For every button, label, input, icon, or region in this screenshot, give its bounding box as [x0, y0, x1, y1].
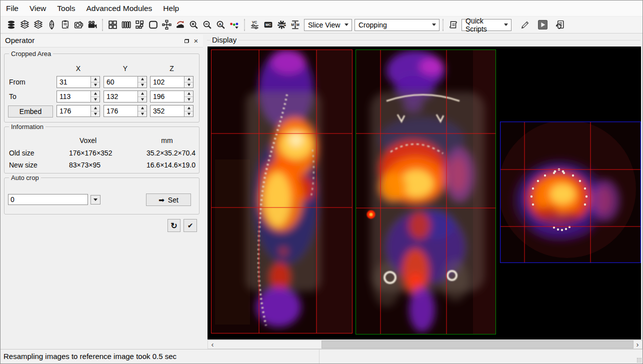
operator-panel: Operator Cropped Area X Y Z From 31 60 1…	[0, 34, 203, 350]
load-single-volume-button[interactable]: 1	[18, 18, 32, 32]
scrollbar-thumb[interactable]	[322, 340, 634, 348]
report-button[interactable]	[554, 18, 567, 32]
menu-help[interactable]: Help	[158, 0, 184, 16]
load-add-volume-button[interactable]: +	[32, 18, 45, 32]
to-x-spinbox[interactable]: 113	[56, 90, 100, 102]
from-row-label: From	[9, 78, 26, 86]
scroll-right-arrow-icon[interactable]	[633, 340, 642, 348]
menu-file[interactable]: File	[0, 0, 24, 16]
spinner-arrows[interactable]	[90, 91, 100, 102]
axial-view-image[interactable]	[500, 122, 641, 263]
movie-control-button[interactable]: MC	[262, 18, 275, 32]
operator-title: Operator	[5, 36, 34, 44]
layout-single-icon	[148, 20, 158, 30]
script-button[interactable]	[446, 18, 460, 32]
close-panel-button[interactable]	[192, 38, 200, 44]
clipboard-copy-button[interactable]	[58, 18, 72, 32]
snapshot-button[interactable]	[72, 18, 86, 32]
auto-crop-dropdown-button[interactable]	[90, 195, 100, 204]
database-button[interactable]	[4, 18, 18, 32]
layout-rows-button[interactable]	[120, 18, 133, 32]
spinner-arrows[interactable]	[138, 91, 146, 102]
movie-button[interactable]	[86, 18, 99, 32]
to-y-spinbox[interactable]: 132	[104, 90, 147, 102]
scroll-left-arrow-icon[interactable]	[208, 340, 217, 348]
play-icon	[538, 20, 548, 30]
menu-view[interactable]: View	[24, 0, 52, 16]
to-y-value: 132	[104, 91, 138, 102]
fusion-icon	[46, 20, 57, 30]
image-canvas[interactable]	[208, 46, 641, 340]
spinner-arrows[interactable]	[184, 106, 193, 116]
color-channels-button[interactable]	[228, 18, 241, 32]
rotate-3d-icon	[175, 20, 186, 30]
from-x-spinbox[interactable]: 31	[56, 76, 100, 88]
embed-button[interactable]: Embed	[8, 106, 53, 118]
spinner-arrows[interactable]	[184, 91, 193, 102]
embed-z-spinbox[interactable]: 352	[150, 105, 194, 117]
old-size-mm: 35.2×35.2×70.4	[138, 149, 196, 157]
data-manager-button[interactable]: DM	[275, 18, 288, 32]
menu-bar: File View Tools Advanced Modules Help	[0, 0, 642, 16]
rotate-3d-button[interactable]	[174, 18, 187, 32]
arrow-right-icon	[158, 196, 168, 204]
toolbar-separator	[102, 19, 103, 31]
movie-control-icon: MC	[263, 20, 274, 30]
layout-grid-button[interactable]	[106, 18, 120, 32]
layout-single-button[interactable]	[146, 18, 160, 32]
embed-y-spinbox[interactable]: 176	[104, 105, 147, 117]
run-script-button[interactable]	[536, 18, 550, 32]
view-control-button[interactable]: VC	[248, 18, 262, 32]
layers-add-icon: +	[33, 20, 44, 30]
fusion-button[interactable]	[45, 18, 58, 32]
quick-scripts-select[interactable]: Quick Scripts	[462, 19, 512, 31]
layout-mosaic-button[interactable]	[133, 18, 146, 32]
zoom-in-button[interactable]	[187, 18, 200, 32]
camera-icon	[74, 20, 84, 30]
menu-tools[interactable]: Tools	[52, 0, 80, 16]
chevron-down-icon	[504, 24, 508, 26]
column-header-x: X	[56, 64, 100, 72]
horizontal-scrollbar[interactable]	[208, 340, 642, 349]
svg-text:VC: VC	[252, 20, 258, 24]
rgb-channels-icon	[229, 20, 240, 30]
toolbar-separator	[442, 19, 444, 31]
spinner-arrows[interactable]	[90, 106, 100, 116]
menu-advanced-modules[interactable]: Advanced Modules	[81, 0, 158, 16]
svg-text:M: M	[296, 23, 300, 27]
spinner-arrows[interactable]	[138, 106, 146, 116]
slice-view-value: Slice View	[308, 21, 340, 29]
zoom-fit-button[interactable]: A	[214, 18, 228, 32]
spinner-arrows[interactable]	[90, 76, 100, 88]
from-y-spinbox[interactable]: 60	[104, 76, 147, 88]
resize-grip[interactable]	[636, 358, 642, 362]
spinner-arrows[interactable]	[138, 76, 146, 88]
confirm-button[interactable]	[184, 219, 197, 232]
crosshair-button[interactable]	[160, 18, 174, 32]
embed-x-spinbox[interactable]: 176	[56, 105, 100, 117]
spinner-arrows[interactable]	[184, 76, 193, 88]
set-button[interactable]: Set	[146, 194, 191, 206]
auto-crop-input[interactable]	[8, 194, 88, 205]
sagittal-view-image[interactable]	[211, 50, 352, 334]
check-icon	[188, 222, 194, 230]
edit-script-button[interactable]	[518, 18, 532, 32]
zoom-out-button[interactable]	[200, 18, 214, 32]
chevron-down-icon	[344, 24, 348, 26]
coronal-view-image[interactable]	[356, 50, 496, 334]
float-panel-button[interactable]	[183, 38, 190, 44]
operator-select[interactable]: Cropping	[354, 19, 440, 31]
voxel-header: Voxel	[60, 136, 116, 144]
movie-camera-icon	[87, 20, 98, 30]
from-z-spinbox[interactable]: 102	[150, 76, 194, 88]
min-max-button[interactable]: M M	[288, 18, 302, 32]
cropped-area-title: Cropped Area	[9, 50, 53, 58]
chevron-down-icon	[432, 24, 436, 26]
slice-view-select[interactable]: Slice View	[304, 19, 352, 31]
status-message: Resampling images to reference image too…	[4, 352, 176, 360]
operator-title-bar[interactable]: Operator	[0, 34, 203, 48]
zoom-fit-icon: A	[216, 20, 226, 30]
to-z-spinbox[interactable]: 196	[150, 90, 194, 102]
information-title: Information	[9, 123, 46, 130]
reset-button[interactable]	[168, 219, 180, 232]
